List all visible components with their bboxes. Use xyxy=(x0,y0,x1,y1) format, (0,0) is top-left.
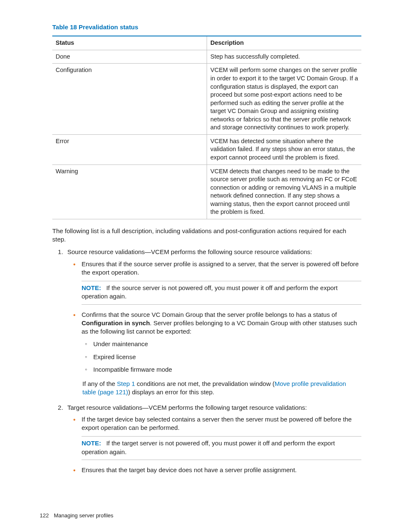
closing-pre: If any of the xyxy=(82,380,117,387)
intro-text: The following list is a full description… xyxy=(52,227,361,244)
cell-status: Warning xyxy=(52,164,207,219)
cell-status: Error xyxy=(52,134,207,164)
col-header-status: Status xyxy=(52,36,207,50)
step1-bullet-2-bold: Configuration in synch xyxy=(82,319,150,326)
step-2: Target resource validations—VCEM perform… xyxy=(65,403,361,475)
table-title: Table 18 Prevalidation status xyxy=(52,23,361,31)
cell-desc: VCEM has detected some situation where t… xyxy=(207,134,362,164)
step2-bullet-1: If the target device bay selected contai… xyxy=(82,415,361,460)
closing-mid: conditions are not met, the prevalidatio… xyxy=(135,380,275,387)
step1-bullet-2-pre: Confirms that the source VC Domain Group… xyxy=(82,311,337,318)
cell-desc: VCEM detects that changes need to be mad… xyxy=(207,164,362,219)
step2-bullet-2: Ensures that the target bay device does … xyxy=(82,466,361,474)
sub-item: Incompatible firmware mode xyxy=(93,365,361,374)
closing-post: ) displays an error for this step. xyxy=(128,388,214,396)
step1-bullet-2: Confirms that the source VC Domain Group… xyxy=(82,311,361,374)
step-1-link[interactable]: Step 1 xyxy=(117,380,135,387)
cell-status: Configuration xyxy=(52,64,207,135)
prevalidation-table: Status Description Done Step has success… xyxy=(52,36,361,219)
step-2-lead: Target resource validations—VCEM perform… xyxy=(67,404,307,411)
step1-closing: If any of the Step 1 conditions are not … xyxy=(82,380,361,397)
cell-desc: VCEM will perform some changes on the se… xyxy=(207,64,362,135)
note-label: NOTE: xyxy=(82,439,101,447)
sub-list: Under maintenance Expired license Incomp… xyxy=(82,340,361,374)
note-text: If the source server is not powered off,… xyxy=(82,284,338,300)
sub-item: Expired license xyxy=(93,353,361,361)
steps-list: Source resource validations—VCEM perform… xyxy=(52,248,361,474)
step2-bullet-2-text: Ensures that the target bay device does … xyxy=(82,466,297,473)
step-1: Source resource validations—VCEM perform… xyxy=(65,248,361,396)
table-row: Configuration VCEM will perform some cha… xyxy=(52,64,361,135)
cell-status: Done xyxy=(52,50,207,64)
table-header-row: Status Description xyxy=(52,36,361,50)
table-row: Error VCEM has detected some situation w… xyxy=(52,134,361,164)
page-footer: 122Managing server profiles xyxy=(40,512,113,519)
footer-section: Managing server profiles xyxy=(54,512,113,519)
step2-bullet-1-text: If the target device bay selected contai… xyxy=(82,416,352,431)
note-box: NOTE: If the source server is not powere… xyxy=(82,281,361,305)
cell-desc: Step has successfully completed. xyxy=(207,50,362,64)
note-text: If the target server is not powered off,… xyxy=(82,439,335,455)
step-1-lead: Source resource validations—VCEM perform… xyxy=(67,248,312,255)
table-row: Warning VCEM detects that changes need t… xyxy=(52,164,361,219)
step1-bullet-1-text: Ensures that if the source server profil… xyxy=(82,260,359,276)
col-header-description: Description xyxy=(207,36,362,50)
step1-bullet-1: Ensures that if the source server profil… xyxy=(82,260,361,305)
note-box: NOTE: If the target server is not powere… xyxy=(82,436,361,460)
page-number: 122 xyxy=(40,512,49,519)
sub-item: Under maintenance xyxy=(93,340,361,348)
note-label: NOTE: xyxy=(82,284,101,291)
table-row: Done Step has successfully completed. xyxy=(52,50,361,64)
